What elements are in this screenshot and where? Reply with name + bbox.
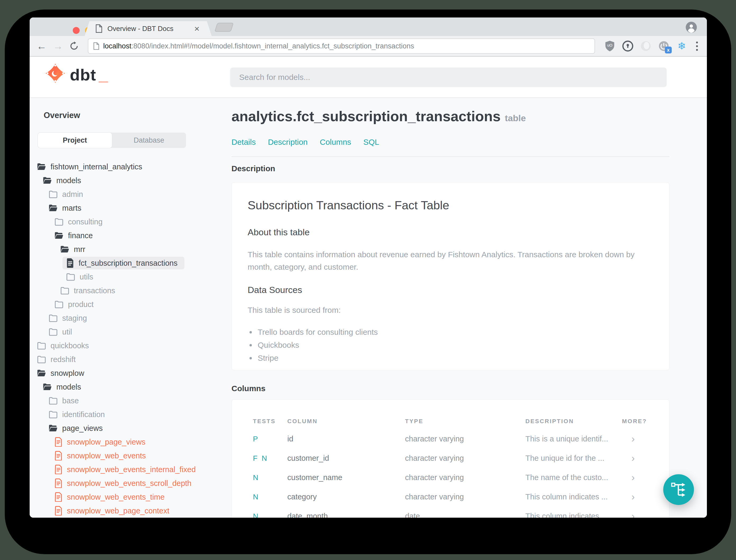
tree-item-snowplow_web_events_internal_fixed[interactable]: snowplow_web_events_internal_fixed [30,463,227,476]
tree-item-label: base [62,396,79,405]
tree-item-label: util [62,328,72,336]
tree-item-label: models [56,383,81,391]
ublock-extension-icon[interactable]: uO [604,40,616,52]
dbt-logo-text: dbt [70,67,96,83]
tree-item-models[interactable]: models [30,380,227,394]
profile-avatar-icon[interactable] [686,22,697,33]
about-heading: About this table [248,227,310,237]
model-nav-link-description[interactable]: Description [268,138,308,147]
opera-extension-icon[interactable] [640,40,652,52]
folder-icon [55,218,64,226]
model-nav-link-details[interactable]: Details [232,138,256,147]
traffic-close-button[interactable] [73,27,80,34]
source-item: Stripe [256,354,378,363]
new-tab-button[interactable] [214,23,234,32]
folder-open-icon [49,424,58,432]
column-row-customer_id[interactable]: F Ncustomer_idcharacter varyingThe uniqu… [253,449,648,468]
column-type: character varying [405,454,525,463]
password-manager-extension-icon[interactable] [622,40,634,52]
tree-item-label: admin [62,190,83,199]
tree-item-admin[interactable]: admin [30,187,227,201]
folder-icon [37,342,46,350]
model-nav-link-columns[interactable]: Columns [320,138,351,147]
snowflake-extension-icon[interactable]: ❄ [676,40,688,52]
reload-button[interactable] [69,41,79,51]
tree-item-consulting[interactable]: consulting [30,215,227,229]
model-file-icon [55,465,62,474]
tree-item-label: redshift [51,355,76,364]
column-name: category [287,493,405,501]
tree-item-fishtown_internal_analytics[interactable]: fishtown_internal_analytics [30,160,227,174]
sidebar: Overview ProjectDatabase fishtown_intern… [30,98,227,518]
tests-badge: P [253,435,287,443]
tree-item-staging[interactable]: staging [30,311,227,325]
tree-item-redshift[interactable]: redshift [30,353,227,366]
column-name: customer_name [287,473,405,482]
model-file-icon [66,258,74,268]
tree-item-label: transactions [74,286,115,295]
folder-open-icon [43,177,52,184]
tab-close-icon[interactable]: × [194,24,200,33]
folder-open-icon [49,204,58,212]
tree-item-utils[interactable]: utils [30,270,227,284]
tree-item-models[interactable]: models [30,174,227,187]
page-icon [93,42,100,50]
folder-icon [49,328,58,336]
model-nav: DetailsDescriptionColumnsSQL [232,138,379,147]
tree-item-finance[interactable]: finance [30,229,227,242]
tree-item-snowplow_web_page_context[interactable]: snowplow_web_page_context [30,504,227,518]
tree-item-base[interactable]: base [30,394,227,408]
tree-item-snowplow_web_events_time[interactable]: snowplow_web_events_time [30,490,227,504]
column-name: customer_id [287,454,405,463]
browser-menu-button[interactable] [694,42,700,51]
model-title: analytics.fct_subscription_transactionst… [232,108,526,124]
tree-item-transactions[interactable]: transactions [30,284,227,297]
columns-section-label: Columns [232,384,265,393]
column-row-date_month[interactable]: Ndate_monthdateThis column indicates ...… [253,507,648,518]
power-extension-icon[interactable]: x [658,40,670,52]
tree-item-product[interactable]: product [30,297,227,311]
desktop: { "browser": { "tab_title": "Overview - … [0,0,736,560]
expand-row-chevron-icon[interactable]: › [622,491,648,503]
toggle-tab-database[interactable]: Database [112,133,186,148]
tree-item-label: marts [62,204,82,213]
tree-item-snowplow_web_events_scroll_depth[interactable]: snowplow_web_events_scroll_depth [30,476,227,490]
expand-row-chevron-icon[interactable]: › [622,453,648,464]
tree-item-snowplow[interactable]: snowplow [30,366,227,380]
folder-open-icon [37,369,46,377]
tree-item-quickbooks[interactable]: quickbooks [30,339,227,353]
search-input[interactable] [230,67,667,87]
tree-item-identification[interactable]: identification [30,408,227,421]
column-type: date [405,512,525,518]
tree-item-label: quickbooks [51,341,89,350]
tree-item-snowplow_web_events[interactable]: snowplow_web_events [30,449,227,463]
column-name: date_month [287,512,405,518]
tree-item-label: page_views [62,424,103,433]
tree-item-page_views[interactable]: page_views [30,421,227,435]
tree-item-mrr[interactable]: mrr [30,242,227,256]
tests-badge: N [253,493,287,501]
expand-row-chevron-icon[interactable]: › [622,433,648,445]
model-nav-link-sql[interactable]: SQL [363,138,379,147]
tree-item-fct_subscription_transactions[interactable]: fct_subscription_transactions [30,256,227,270]
source-item: Quickbooks [256,341,378,350]
expand-row-chevron-icon[interactable]: › [622,472,648,483]
tree-item-marts[interactable]: marts [30,201,227,215]
dbt-logo[interactable]: dbt _ [46,64,108,83]
tree-item-util[interactable]: util [30,325,227,339]
folder-icon [49,314,58,322]
source-item: Trello boards for consulting clients [256,328,378,337]
lineage-graph-button[interactable] [663,474,694,505]
column-description: This is a unique identif... [525,435,622,443]
column-header-type: TYPE [405,418,525,425]
browser-tab[interactable]: Overview - DBT Docs × [85,21,212,36]
tree-item-snowplow_page_views[interactable]: snowplow_page_views [30,435,227,449]
back-button[interactable]: ← [37,41,47,51]
toggle-tab-project[interactable]: Project [38,133,112,148]
tests-badge: F N [253,454,287,463]
column-row-customer_name[interactable]: Ncustomer_namecharacter varyingThe name … [253,468,648,487]
column-row-category[interactable]: Ncategorycharacter varyingThis column in… [253,487,648,507]
expand-row-chevron-icon[interactable]: › [622,511,648,518]
column-row-id[interactable]: Pidcharacter varyingThis is a unique ide… [253,429,648,449]
url-bar[interactable]: localhost:8080/index.html#!/model/model.… [88,38,595,54]
